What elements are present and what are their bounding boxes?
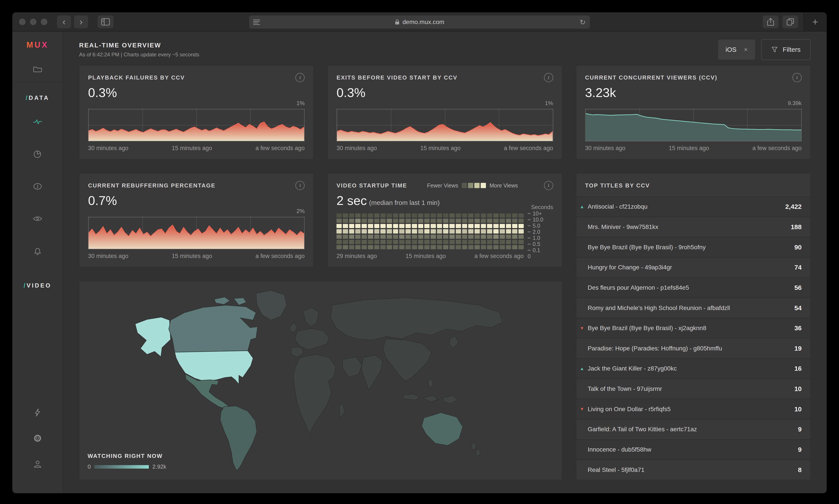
heatmap-cell[interactable] xyxy=(399,240,405,244)
heatmap-cell[interactable] xyxy=(462,240,467,244)
heatmap-cell[interactable] xyxy=(343,235,348,239)
heatmap-cell[interactable] xyxy=(437,240,442,244)
heatmap-cell[interactable] xyxy=(468,245,474,249)
startup-time-heatmap[interactable] xyxy=(337,213,523,249)
heatmap-cell[interactable] xyxy=(475,224,480,228)
heatmap-cell[interactable] xyxy=(362,219,367,223)
filter-chip-ios[interactable]: iOS × xyxy=(718,39,755,60)
heatmap-cell[interactable] xyxy=(487,229,492,233)
sidebar-toggle-button[interactable] xyxy=(98,16,113,28)
heatmap-cell[interactable] xyxy=(493,219,499,223)
map-country-scandinavia[interactable] xyxy=(303,307,319,327)
heatmap-cell[interactable] xyxy=(518,219,524,223)
heatmap-cell[interactable] xyxy=(431,245,436,249)
sidebar-item-environments[interactable] xyxy=(33,64,42,74)
heatmap-cell[interactable] xyxy=(387,229,392,233)
map-country-new-zealand[interactable] xyxy=(476,449,481,456)
heatmap-cell[interactable] xyxy=(475,229,480,233)
heatmap-cell[interactable] xyxy=(481,219,486,223)
heatmap-cell[interactable] xyxy=(380,245,386,249)
heatmap-cell[interactable] xyxy=(518,235,524,239)
top-title-row[interactable]: Talk of the Town - 97uijsrmr10 xyxy=(576,379,810,399)
heatmap-cell[interactable] xyxy=(449,235,455,239)
heatmap-cell[interactable] xyxy=(393,219,398,223)
heatmap-cell[interactable] xyxy=(368,213,373,218)
heatmap-cell[interactable] xyxy=(337,229,342,233)
heatmap-cell[interactable] xyxy=(424,213,430,218)
heatmap-cell[interactable] xyxy=(393,245,398,249)
heatmap-cell[interactable] xyxy=(337,240,342,244)
heatmap-cell[interactable] xyxy=(343,219,348,223)
heatmap-cell[interactable] xyxy=(431,235,436,239)
heatmap-cell[interactable] xyxy=(456,213,461,218)
info-icon[interactable]: i xyxy=(792,73,802,82)
heatmap-cell[interactable] xyxy=(512,235,517,239)
heatmap-cell[interactable] xyxy=(374,224,379,228)
heatmap-cell[interactable] xyxy=(500,219,505,223)
heatmap-cell[interactable] xyxy=(456,229,461,233)
heatmap-cell[interactable] xyxy=(462,224,467,228)
heatmap-cell[interactable] xyxy=(380,219,386,223)
heatmap-cell[interactable] xyxy=(431,224,436,228)
map-country-greenland[interactable] xyxy=(256,290,287,320)
heatmap-cell[interactable] xyxy=(368,224,373,228)
heatmap-cell[interactable] xyxy=(355,213,360,218)
url-bar[interactable]: demo.mux.com ↻ xyxy=(249,16,590,29)
heatmap-cell[interactable] xyxy=(462,245,467,249)
mux-logo[interactable]: MUX xyxy=(26,40,49,50)
top-title-row[interactable]: ▼Bye Bye Brazil (Bye Bye Brasil) - xj2ag… xyxy=(576,318,810,339)
heatmap-cell[interactable] xyxy=(443,235,448,239)
heatmap-cell[interactable] xyxy=(393,235,398,239)
heatmap-cell[interactable] xyxy=(437,235,442,239)
heatmap-cell[interactable] xyxy=(406,219,411,223)
map-country-alaska[interactable] xyxy=(135,317,171,357)
heatmap-cell[interactable] xyxy=(343,224,348,228)
heatmap-cell[interactable] xyxy=(437,213,442,218)
heatmap-cell[interactable] xyxy=(380,229,386,233)
heatmap-cell[interactable] xyxy=(362,224,367,228)
map-region-east-asia[interactable] xyxy=(383,339,431,381)
chip-close-icon[interactable]: × xyxy=(744,46,748,53)
heatmap-cell[interactable] xyxy=(387,245,392,249)
heatmap-cell[interactable] xyxy=(374,245,379,249)
map-country-indonesia[interactable] xyxy=(423,395,438,402)
heatmap-cell[interactable] xyxy=(487,245,492,249)
heatmap-cell[interactable] xyxy=(437,245,442,249)
heatmap-cell[interactable] xyxy=(412,229,417,233)
heatmap-cell[interactable] xyxy=(412,213,417,218)
ccv-chart[interactable] xyxy=(585,109,802,141)
heatmap-cell[interactable] xyxy=(418,224,424,228)
reader-view-icon[interactable] xyxy=(253,19,261,27)
map-country-japan[interactable] xyxy=(449,336,458,348)
heatmap-cell[interactable] xyxy=(518,229,524,233)
heatmap-cell[interactable] xyxy=(368,235,373,239)
map-country-india[interactable] xyxy=(361,355,383,391)
heatmap-cell[interactable] xyxy=(468,213,474,218)
heatmap-cell[interactable] xyxy=(487,240,492,244)
info-icon[interactable]: i xyxy=(296,181,305,190)
heatmap-cell[interactable] xyxy=(500,213,505,218)
new-tab-button[interactable]: + xyxy=(803,13,826,31)
heatmap-cell[interactable] xyxy=(493,224,499,228)
heatmap-cell[interactable] xyxy=(406,235,411,239)
heatmap-cell[interactable] xyxy=(374,235,379,239)
map-region-europe[interactable] xyxy=(295,328,329,350)
heatmap-cell[interactable] xyxy=(418,213,424,218)
heatmap-cell[interactable] xyxy=(443,240,448,244)
sidebar-item-metrics[interactable] xyxy=(33,149,42,159)
heatmap-cell[interactable] xyxy=(443,229,448,233)
heatmap-cell[interactable] xyxy=(468,224,474,228)
heatmap-cell[interactable] xyxy=(355,224,360,228)
heatmap-cell[interactable] xyxy=(418,229,424,233)
playback-failures-chart[interactable] xyxy=(88,109,305,141)
heatmap-cell[interactable] xyxy=(374,213,379,218)
heatmap-cell[interactable] xyxy=(387,219,392,223)
heatmap-cell[interactable] xyxy=(387,235,392,239)
heatmap-cell[interactable] xyxy=(362,229,367,233)
sidebar-section-data[interactable]: /DATA xyxy=(26,95,50,101)
heatmap-cell[interactable] xyxy=(462,219,467,223)
heatmap-cell[interactable] xyxy=(355,240,360,244)
top-title-row[interactable]: Innocence - dub5f58hw9 xyxy=(576,440,810,460)
close-window-button[interactable] xyxy=(19,19,25,25)
map-country-canada[interactable] xyxy=(169,305,257,352)
